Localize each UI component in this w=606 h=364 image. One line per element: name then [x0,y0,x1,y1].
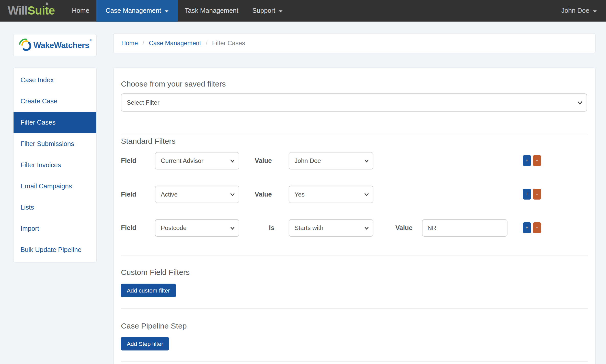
sidebar-nav: Case Index Create Case Filter Cases Filt… [13,68,97,263]
chevron-down-icon [230,226,235,229]
top-navbar: WillSuite Home Case Management Task Mana… [0,0,606,22]
nav-item-home[interactable]: Home [65,0,96,22]
standard-filter-row: Field Current Advisor Value John Doe + - [121,152,588,169]
sidebar-item-filter-invoices[interactable]: Filter Invoices [14,154,96,176]
breadcrumb-home[interactable]: Home [121,40,138,47]
value-input[interactable] [422,219,507,237]
willsuite-logo[interactable]: WillSuite [0,0,65,22]
sidebar-item-email-campaigns[interactable]: Email Campaigns [14,176,96,197]
sidebar-item-create-case[interactable]: Create Case [14,91,96,112]
sidebar-item-lists[interactable]: Lists [14,197,96,218]
chevron-down-icon [279,10,283,12]
case-pipeline-step-heading: Case Pipeline Step [121,322,588,330]
nav-item-task-management[interactable]: Task Management [178,0,245,22]
custom-field-filters-heading: Custom Field Filters [121,268,588,276]
value-select[interactable]: John Doe [289,152,373,169]
filter-cases-panel: Choose from your saved filters Select Fi… [113,68,596,364]
sidebar-item-import[interactable]: Import [14,218,96,239]
breadcrumb-current: Filter Cases [212,40,245,47]
sidebar-item-filter-submissions[interactable]: Filter Submissions [14,133,96,154]
app-window: WillSuite Home Case Management Task Mana… [0,0,606,364]
field-select[interactable]: Current Advisor [155,152,239,169]
saved-filter-selected-value: Select Filter [127,99,159,106]
wakewatchers-swirl-icon [18,38,33,52]
value-label: Value [395,219,413,237]
remove-filter-row-button[interactable]: - [533,189,541,199]
add-filter-row-button[interactable]: + [523,155,531,166]
value-label: Value [255,152,289,169]
field-label: Field [121,152,136,169]
standard-filters-heading: Standard Filters [121,137,588,145]
wakewatchers-logo: WakeWatchers® [18,38,92,52]
field-select[interactable]: Active [155,186,239,203]
field-select[interactable]: Postcode [155,219,239,237]
divider [121,256,588,256]
chevron-down-icon [165,10,168,12]
nav-item-support[interactable]: Support [245,0,290,22]
chevron-down-icon [230,159,235,162]
sidebar-item-filter-cases[interactable]: Filter Cases [14,112,96,133]
operator-label: Is [255,219,289,237]
brand-suite: Suite [27,4,55,17]
chevron-down-icon [230,193,235,196]
chevron-down-icon [593,10,597,12]
company-logo-card: WakeWatchers® [13,34,97,56]
breadcrumb: Home / Case Management / Filter Cases [113,33,596,53]
operator-select[interactable]: Starts with [289,219,373,237]
pen-nib-icon [45,2,49,5]
divider [121,134,588,135]
sidebar-item-bulk-update-pipeline[interactable]: Bulk Update Pipeline [14,239,96,261]
standard-filter-row: Field Active Value Yes + - [121,186,588,203]
chevron-down-icon [364,159,369,162]
sidebar-item-case-index[interactable]: Case Index [14,69,96,91]
standard-filter-row: Field Postcode Is Starts with Value + - [121,219,588,237]
divider [121,361,588,362]
add-custom-filter-button[interactable]: Add custom filter [121,284,176,297]
chevron-down-icon [364,193,369,196]
value-select[interactable]: Yes [289,186,373,203]
field-label: Field [121,186,136,203]
add-filter-row-button[interactable]: + [523,222,531,233]
wakewatchers-wordmark: WakeWatchers® [33,41,92,50]
registered-mark: ® [90,38,92,42]
chevron-down-icon [364,226,369,229]
chevron-down-icon [577,101,582,104]
add-step-filter-button[interactable]: Add Step filter [121,337,169,350]
saved-filters-heading: Choose from your saved filters [121,80,588,88]
nav-item-case-management[interactable]: Case Management [96,0,178,22]
breadcrumb-separator: / [206,40,208,47]
breadcrumb-separator: / [142,40,144,47]
divider [121,308,588,309]
field-label: Field [121,219,136,237]
nav-menu: Home Case Management Task Management Sup… [65,0,290,22]
breadcrumb-case-management[interactable]: Case Management [149,40,201,47]
remove-filter-row-button[interactable]: - [533,155,541,166]
brand-will: Will [8,4,27,17]
saved-filter-select[interactable]: Select Filter [121,93,587,112]
value-label: Value [255,186,289,203]
add-filter-row-button[interactable]: + [523,189,531,199]
remove-filter-row-button[interactable]: - [533,222,541,233]
user-menu[interactable]: John Doe [561,7,597,15]
